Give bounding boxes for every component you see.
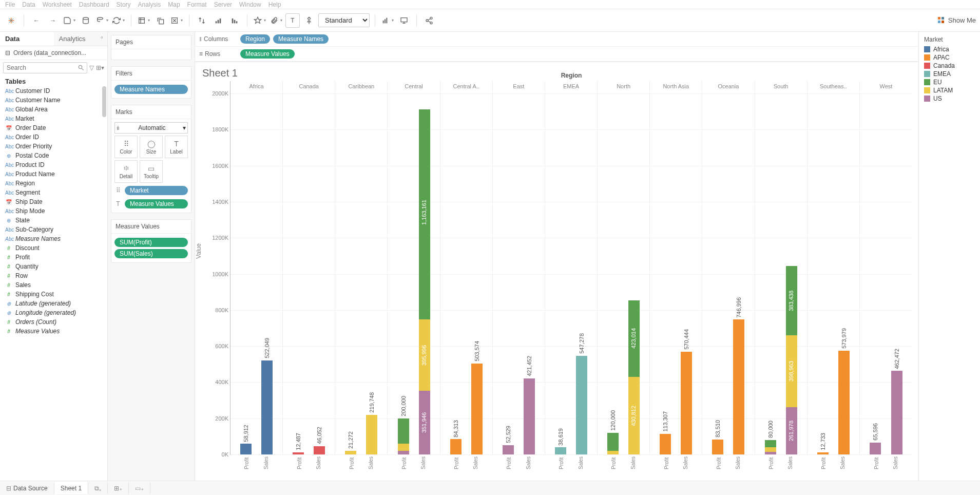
field-shipping-cost[interactable]: #Shipping Cost [0, 290, 107, 299]
new-data-icon[interactable] [79, 13, 93, 28]
field-product-id[interactable]: AbcProduct ID [0, 160, 107, 169]
menu-format[interactable]: Format [187, 1, 207, 8]
field-order-priority[interactable]: AbcOrder Priority [0, 142, 107, 151]
field-global-area[interactable]: AbcGlobal Area [0, 105, 107, 114]
field-longitude-generated-[interactable]: ⊕Longitude (generated) [0, 308, 107, 317]
menu-server[interactable]: Server [214, 1, 232, 8]
mv-pill-sum-profit-[interactable]: SUM(Profit) [114, 238, 188, 247]
chart-icon[interactable] [380, 13, 395, 28]
marks-color[interactable]: ⠿Color [114, 136, 138, 158]
field-state[interactable]: ⊕State [0, 216, 107, 225]
legend-item-latam[interactable]: LATAM [924, 86, 975, 94]
field-measure-names[interactable]: AbcMeasure Names [0, 234, 107, 243]
show-me-button[interactable]: Show Me [938, 16, 976, 24]
scrollbar-thumb[interactable] [102, 86, 106, 117]
menu-dashboard[interactable]: Dashboard [79, 1, 109, 8]
marks-type-select[interactable]: Automatic▾ [114, 122, 188, 134]
field-product-name[interactable]: AbcProduct Name [0, 169, 107, 179]
back-icon[interactable]: ← [29, 13, 44, 28]
field-segment[interactable]: AbcSegment [0, 188, 107, 197]
pause-data-icon[interactable] [95, 13, 109, 28]
marks-size[interactable]: ◯Size [140, 136, 163, 158]
tab-data[interactable]: Data [0, 32, 54, 46]
legend-item-us[interactable]: US [924, 94, 975, 103]
rows-shelf[interactable]: ≡Rows Measure Values [195, 47, 918, 62]
field-postal-code[interactable]: ⊕Postal Code [0, 151, 107, 160]
share-icon[interactable] [422, 13, 436, 28]
legend-item-africa[interactable]: Africa [924, 45, 975, 53]
chart-plot[interactable]: Region 0K200K400K600K800K1000K1200K1400K… [230, 81, 912, 455]
label-icon[interactable]: T [285, 13, 300, 28]
field-measure-values[interactable]: #Measure Values [0, 327, 107, 336]
field-sub-category[interactable]: AbcSub-Category [0, 225, 107, 234]
col-pill-region[interactable]: Region [240, 34, 270, 44]
swap-icon[interactable] [195, 13, 209, 28]
menu-worksheet[interactable]: Worksheet [43, 1, 72, 8]
present-icon[interactable] [397, 13, 411, 28]
field-market[interactable]: AbcMarket [0, 114, 107, 123]
field-order-id[interactable]: AbcOrder ID [0, 132, 107, 142]
marks-detail[interactable]: ፨Detail [114, 160, 138, 183]
new-sheet-icon[interactable] [137, 13, 151, 28]
field-region[interactable]: AbcRegion [0, 179, 107, 188]
filter-pill-measure-names[interactable]: Measure Names [114, 85, 188, 94]
marks-tooltip[interactable]: ▭Tooltip [140, 160, 163, 183]
new-worksheet-button[interactable]: ⧉₊ [88, 483, 108, 494]
menu-window[interactable]: Window [239, 1, 261, 8]
svg-rect-2 [139, 17, 145, 23]
menu-map[interactable]: Map [168, 1, 180, 8]
field-discount[interactable]: #Discount [0, 243, 107, 253]
field-row[interactable]: #Row [0, 271, 107, 280]
field-orders-count-[interactable]: #Orders (Count) [0, 317, 107, 327]
legend-item-emea[interactable]: EMEA [924, 70, 975, 78]
duplicate-icon[interactable] [153, 13, 167, 28]
datasource-item[interactable]: ⊟ Orders (data_connection... [0, 46, 107, 60]
fit-select[interactable]: Standard [318, 13, 370, 27]
field-order-date[interactable]: 📅Order Date [0, 123, 107, 132]
tab-analytics[interactable]: Analytics [54, 32, 108, 46]
tab-sheet-1[interactable]: Sheet 1 [54, 482, 88, 494]
col-pill-measure-names[interactable]: Measure Names [273, 34, 329, 44]
new-story-button[interactable]: ▭₊ [129, 483, 150, 494]
view-toggle-icon[interactable]: ⊞▾ [96, 64, 104, 71]
forward-icon[interactable]: → [46, 13, 60, 28]
field-ship-mode[interactable]: AbcShip Mode [0, 206, 107, 216]
marks-label[interactable]: TLabel [165, 136, 188, 158]
num-icon: # [5, 255, 12, 260]
sort-asc-icon[interactable] [211, 13, 225, 28]
refresh-icon[interactable] [111, 13, 126, 28]
field-customer-name[interactable]: AbcCustomer Name [0, 96, 107, 105]
bottom-tabs: ⊟Data Source Sheet 1 ⧉₊ ⊞₊ ▭₊ [0, 481, 980, 495]
field-latitude-generated-[interactable]: ⊕Latitude (generated) [0, 299, 107, 308]
field-profit[interactable]: #Profit [0, 253, 107, 262]
menu-analysis[interactable]: Analysis [138, 1, 161, 8]
attachment-icon[interactable] [269, 13, 283, 28]
save-icon[interactable] [62, 13, 76, 28]
logo-icon[interactable] [4, 13, 18, 28]
field-quantity[interactable]: #Quantity [0, 262, 107, 271]
tab-data-source[interactable]: ⊟Data Source [0, 483, 54, 494]
filter-icon[interactable]: ▽ [89, 64, 94, 71]
abc-icon: Abc [5, 172, 12, 177]
field-ship-date[interactable]: 📅Ship Date [0, 197, 107, 206]
field-customer-id[interactable]: AbcCustomer ID [0, 86, 107, 96]
legend-item-canada[interactable]: Canada [924, 62, 975, 70]
highlight-icon[interactable] [253, 13, 267, 28]
columns-shelf[interactable]: ⦀Columns RegionMeasure Names [195, 32, 918, 47]
mv-pill-sum-sales-[interactable]: SUM(Sales) [114, 249, 188, 258]
clear-icon[interactable] [169, 13, 184, 28]
pin-icon[interactable] [302, 13, 316, 28]
menu-data[interactable]: Data [22, 1, 35, 8]
row-pill-measure-values[interactable]: Measure Values [240, 49, 295, 59]
menu-story[interactable]: Story [117, 1, 131, 8]
search-input[interactable] [3, 62, 87, 73]
pill-market-color[interactable]: Market [125, 186, 188, 195]
pill-measure-values-label[interactable]: Measure Values [125, 199, 188, 208]
legend-item-apac[interactable]: APAC [924, 53, 975, 62]
menu-help[interactable]: Help [268, 1, 281, 8]
field-sales[interactable]: #Sales [0, 280, 107, 290]
legend-item-eu[interactable]: EU [924, 78, 975, 86]
new-dashboard-button[interactable]: ⊞₊ [108, 483, 129, 494]
menu-file[interactable]: File [5, 1, 15, 8]
sort-desc-icon[interactable] [227, 13, 242, 28]
